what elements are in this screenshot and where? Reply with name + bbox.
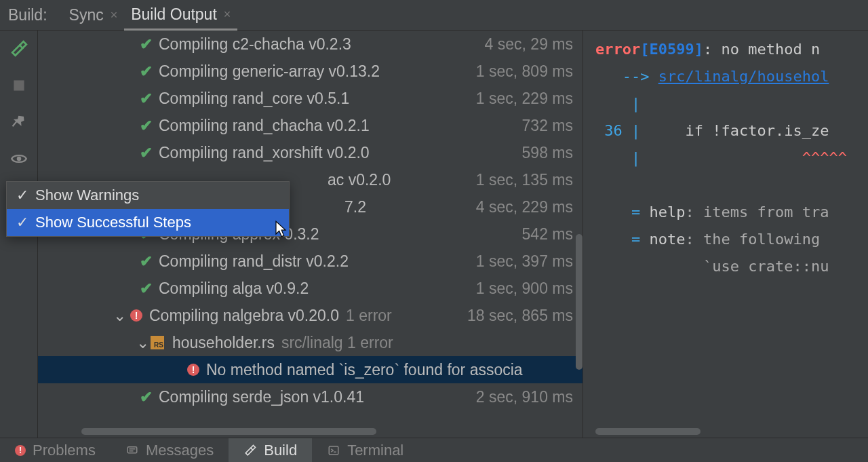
toolwindow-terminal[interactable]: Terminal bbox=[312, 438, 418, 462]
console-line: 36 | if !factor.is_ze bbox=[595, 117, 868, 145]
menu-show-warnings[interactable]: ✓ Show Warnings bbox=[7, 182, 289, 209]
success-icon: ✔ bbox=[137, 62, 155, 81]
tree-row-text: householder.rs bbox=[172, 334, 275, 352]
console-line: | ^^^^^ bbox=[595, 145, 868, 172]
tree-row[interactable]: !No method named `is_zero` found for ass… bbox=[38, 356, 583, 383]
tree-row[interactable]: ⌄!Compiling nalgebra v0.20.01 error18 se… bbox=[38, 302, 583, 329]
tree-row-time: 4 sec, 229 ms bbox=[467, 198, 573, 216]
build-label: Build: bbox=[8, 6, 47, 24]
tree-row-time: 1 sec, 135 ms bbox=[467, 171, 573, 189]
tree-row-text: ac v0.2.0 bbox=[328, 171, 391, 189]
console-line: error[E0599]: no method n bbox=[595, 36, 868, 63]
stop-icon[interactable] bbox=[10, 77, 28, 98]
messages-icon bbox=[125, 444, 139, 457]
tree-row[interactable]: ✔Compiling alga v0.9.21 sec, 900 ms bbox=[38, 275, 583, 302]
tree-row[interactable]: ✔Compiling serde_json v1.0.412 sec, 910 … bbox=[38, 383, 583, 410]
tree-row[interactable]: ✔Compiling rand_xorshift v0.2.0598 ms bbox=[38, 139, 583, 166]
filter-popup: ✓ Show Warnings ✓ Show Successful Steps bbox=[6, 181, 290, 237]
close-icon[interactable]: × bbox=[224, 7, 231, 22]
tree-row-time: 598 ms bbox=[513, 144, 573, 162]
tree-row-time: 2 sec, 910 ms bbox=[467, 388, 573, 406]
tab-build-output-label: Build Output bbox=[131, 5, 217, 24]
success-icon: ✔ bbox=[137, 144, 155, 162]
tree-row[interactable]: ✔Compiling rand_chacha v0.2.1732 ms bbox=[38, 112, 583, 139]
toolwindow-label: Messages bbox=[146, 442, 214, 459]
error-icon: ! bbox=[184, 364, 202, 376]
console-line bbox=[595, 172, 868, 199]
error-icon: ! bbox=[15, 445, 26, 456]
tree-row-text: Compiling c2-chacha v0.2.3 bbox=[159, 35, 351, 54]
hammer-icon bbox=[243, 444, 257, 457]
svg-rect-0 bbox=[14, 80, 24, 90]
toolwindow-label: Problems bbox=[33, 442, 96, 459]
success-icon: ✔ bbox=[137, 280, 155, 298]
vertical-scrollbar[interactable] bbox=[576, 234, 583, 370]
hammer-icon[interactable] bbox=[10, 40, 28, 62]
success-icon: ✔ bbox=[137, 252, 155, 271]
tree-row[interactable]: ✔Compiling rand_distr v0.2.21 sec, 397 m… bbox=[38, 248, 583, 275]
horizontal-scrollbar[interactable] bbox=[81, 428, 573, 435]
error-icon: ! bbox=[127, 309, 145, 322]
tree-row-time: 18 sec, 865 ms bbox=[458, 307, 573, 325]
console-line: = help: items from tra bbox=[595, 199, 868, 226]
tree-row-time: 1 sec, 397 ms bbox=[467, 252, 573, 271]
toolwindow-problems[interactable]: ! Problems bbox=[0, 438, 111, 462]
build-console-panel: error[E0599]: no method n --> src/linalg… bbox=[583, 31, 868, 438]
tree-row[interactable]: ✔Compiling c2-chacha v0.2.34 sec, 29 ms bbox=[38, 31, 583, 58]
tree-row-text: Compiling generic-array v0.13.2 bbox=[159, 62, 380, 81]
tree-row-text: Compiling rand_distr v0.2.2 bbox=[159, 252, 349, 271]
menu-label: Show Successful Steps bbox=[35, 214, 191, 231]
toolwindow-label: Terminal bbox=[347, 442, 403, 459]
rust-file-icon: RS bbox=[151, 336, 168, 349]
tab-sync-label: Sync bbox=[69, 6, 104, 24]
console-line: --> src/linalg/househol bbox=[595, 63, 868, 90]
menu-show-successful-steps[interactable]: ✓ Show Successful Steps bbox=[7, 209, 289, 236]
tree-row-text: Compiling rand_xorshift v0.2.0 bbox=[159, 144, 370, 162]
tree-row-text: Compiling rand_core v0.5.1 bbox=[159, 90, 349, 108]
svg-point-1 bbox=[16, 157, 21, 161]
chevron-down-icon[interactable]: ⌄ bbox=[136, 334, 149, 352]
tree-row-time: 1 sec, 900 ms bbox=[467, 280, 573, 298]
check-icon: ✓ bbox=[16, 214, 35, 231]
tree-row[interactable]: ✔Compiling rand_core v0.5.11 sec, 229 ms bbox=[38, 85, 583, 112]
console-line: `use crate::nu bbox=[595, 253, 868, 280]
bottom-toolbar: ! Problems Messages Build Terminal bbox=[0, 438, 868, 462]
tree-row-time: 732 ms bbox=[513, 117, 573, 135]
console-line: = note: the following bbox=[595, 226, 868, 253]
tree-row-time: 542 ms bbox=[513, 225, 573, 244]
build-console[interactable]: error[E0599]: no method n --> src/linalg… bbox=[583, 31, 868, 280]
horizontal-scrollbar[interactable] bbox=[595, 428, 859, 435]
terminal-icon bbox=[327, 444, 340, 457]
toolwindow-messages[interactable]: Messages bbox=[111, 438, 229, 462]
tree-row-extra: src/linalg 1 error bbox=[281, 334, 393, 352]
tree-row-extra: 1 error bbox=[346, 307, 392, 325]
close-icon[interactable]: × bbox=[111, 8, 118, 22]
pin-icon[interactable] bbox=[10, 113, 28, 135]
toolwindow-label: Build bbox=[264, 442, 297, 459]
tree-row-time: 1 sec, 229 ms bbox=[467, 90, 573, 108]
menu-label: Show Warnings bbox=[35, 187, 139, 204]
svg-rect-2 bbox=[127, 446, 137, 453]
toolwindow-build[interactable]: Build bbox=[229, 438, 312, 462]
success-icon: ✔ bbox=[137, 90, 155, 108]
console-line: | bbox=[595, 90, 868, 117]
success-icon: ✔ bbox=[137, 388, 155, 406]
tree-row-time: 4 sec, 29 ms bbox=[475, 35, 573, 54]
check-icon: ✓ bbox=[16, 187, 35, 204]
build-tabbar: Build: Sync × Build Output × bbox=[0, 0, 868, 31]
eye-icon[interactable] bbox=[10, 150, 28, 172]
tab-sync[interactable]: Sync × bbox=[62, 0, 125, 30]
tree-row-text: No method named `is_zero` found for asso… bbox=[206, 361, 523, 379]
tree-row-text: Compiling serde_json v1.0.41 bbox=[159, 388, 364, 406]
tree-row-time: 1 sec, 809 ms bbox=[467, 62, 573, 81]
tree-row-text: Compiling alga v0.9.2 bbox=[159, 280, 309, 298]
chevron-down-icon[interactable]: ⌄ bbox=[113, 307, 126, 325]
tree-row[interactable]: ✔Compiling generic-array v0.13.21 sec, 8… bbox=[38, 58, 583, 85]
tree-row-text: Compiling nalgebra v0.20.0 bbox=[149, 307, 339, 325]
tree-row[interactable]: ⌄RShouseholder.rssrc/linalg 1 error bbox=[38, 329, 583, 356]
success-icon: ✔ bbox=[137, 117, 155, 135]
tab-build-output[interactable]: Build Output × bbox=[124, 1, 237, 31]
success-icon: ✔ bbox=[137, 35, 155, 54]
tree-row-text: Compiling rand_chacha v0.2.1 bbox=[159, 117, 370, 135]
tree-row-text: 7.2 bbox=[344, 198, 366, 216]
